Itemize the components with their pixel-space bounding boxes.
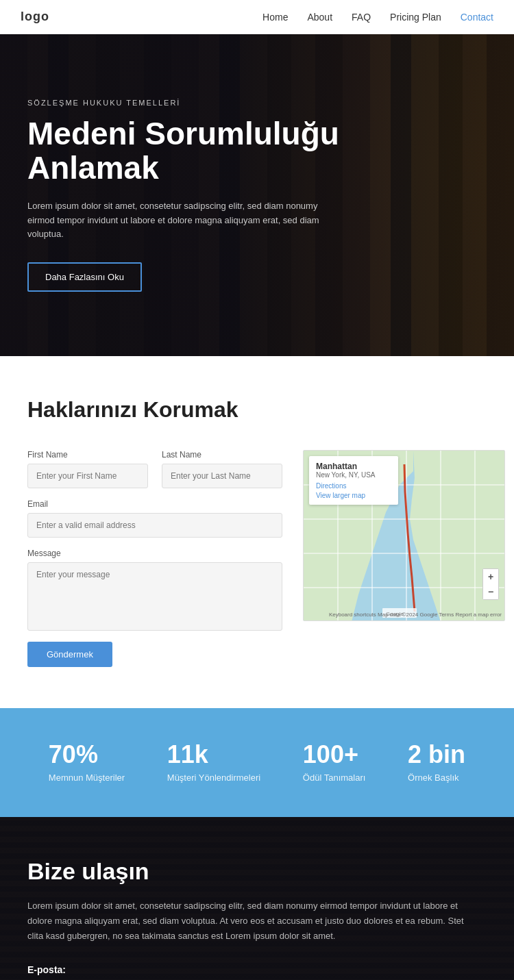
hero-title: Medeni Sorumluluğu Anlamak	[27, 116, 343, 186]
stat-item-1: 11k Müşteri Yönlendirmeleri	[167, 742, 260, 783]
submit-button[interactable]: Göndermek	[27, 642, 112, 667]
map-address: New York, NY, USA	[316, 471, 391, 479]
map-zoom-in[interactable]: +	[483, 569, 498, 584]
form-name-row: First Name Last Name	[27, 450, 282, 488]
stat-label-2: Ödül Tanımaları	[303, 772, 366, 783]
last-name-label: Last Name	[162, 450, 282, 460]
stat-label-0: Memnun Müşteriler	[49, 772, 125, 783]
email-group: Email	[27, 499, 282, 538]
map-place: Manhattan	[316, 462, 391, 471]
stat-number-1: 11k	[167, 742, 260, 767]
contact-email-detail: E-posta: info@company.com	[27, 964, 487, 980]
contact-content: Bize ulaşın Lorem ipsum dolor sit amet, …	[27, 858, 487, 980]
stat-number-2: 100+	[303, 742, 366, 767]
email-label: Email	[27, 499, 282, 509]
form-left: First Name Last Name Email Message Gönde…	[27, 450, 282, 667]
form-map-container: First Name Last Name Email Message Gönde…	[27, 450, 487, 667]
last-name-input[interactable]	[162, 464, 282, 488]
hero-description: Lorem ipsum dolor sit amet, consetetur s…	[27, 199, 322, 242]
map-container: Google Manhattan New York, NY, USA Direc…	[303, 450, 505, 621]
stat-number-3: 2 bin	[408, 742, 465, 767]
stat-label-1: Müşteri Yönlendirmeleri	[167, 772, 260, 783]
nav-contact[interactable]: Contact	[461, 12, 493, 23]
message-group: Message	[27, 549, 282, 631]
stats-section: 70% Memnun Müşteriler 11k Müşteri Yönlen…	[0, 708, 514, 817]
nav-faq[interactable]: FAQ	[352, 12, 371, 23]
nav-home[interactable]: Home	[262, 12, 288, 23]
map-zoom-controls: + −	[482, 568, 499, 600]
form-section-title: Haklarınızı Korumak	[27, 397, 487, 423]
stat-item-2: 100+ Ödül Tanımaları	[303, 742, 366, 783]
form-section: Haklarınızı Korumak First Name Last Name…	[0, 356, 514, 708]
logo: logo	[21, 10, 49, 24]
map-right: Google Manhattan New York, NY, USA Direc…	[303, 450, 505, 621]
first-name-input[interactable]	[27, 464, 148, 488]
message-label: Message	[27, 549, 282, 558]
stat-number-0: 70%	[49, 742, 125, 767]
first-name-label: First Name	[27, 450, 148, 460]
first-name-group: First Name	[27, 450, 148, 488]
message-textarea[interactable]	[27, 562, 282, 631]
hero-cta-button[interactable]: Daha Fazlasını Oku	[27, 262, 142, 292]
hero-section: SÖZLEŞME HUKUKU TEMELLERİ Medeni Sorumlu…	[0, 34, 514, 356]
map-zoom-out[interactable]: −	[483, 584, 498, 599]
email-input[interactable]	[27, 513, 282, 538]
last-name-group: Last Name	[162, 450, 282, 488]
nav-pricing[interactable]: Pricing Plan	[390, 12, 441, 23]
map-directions-link[interactable]: Directions	[316, 482, 346, 490]
stat-item-0: 70% Memnun Müşteriler	[49, 742, 125, 783]
nav-about[interactable]: About	[307, 12, 332, 23]
map-info-box: Manhattan New York, NY, USA Directions V…	[309, 456, 398, 505]
contact-section: Bize ulaşın Lorem ipsum dolor sit amet, …	[0, 817, 514, 980]
stat-label-3: Örnek Başlık	[408, 772, 465, 783]
hero-subtitle: SÖZLEŞME HUKUKU TEMELLERİ	[27, 99, 343, 107]
nav-links: Home About FAQ Pricing Plan Contact	[262, 11, 493, 23]
contact-title: Bize ulaşın	[27, 858, 487, 885]
contact-description: Lorem ipsum dolor sit amet, consetetur s…	[27, 899, 480, 944]
map-footer: Keyboard shortcuts Map data ©2024 Google…	[329, 612, 502, 618]
map-view-larger-link[interactable]: View larger map	[316, 492, 391, 499]
contact-email-label: E-posta:	[27, 964, 487, 975]
navbar: logo Home About FAQ Pricing Plan Contact	[0, 0, 514, 34]
hero-content: SÖZLEŞME HUKUKU TEMELLERİ Medeni Sorumlu…	[0, 99, 370, 292]
stat-item-3: 2 bin Örnek Başlık	[408, 742, 465, 783]
